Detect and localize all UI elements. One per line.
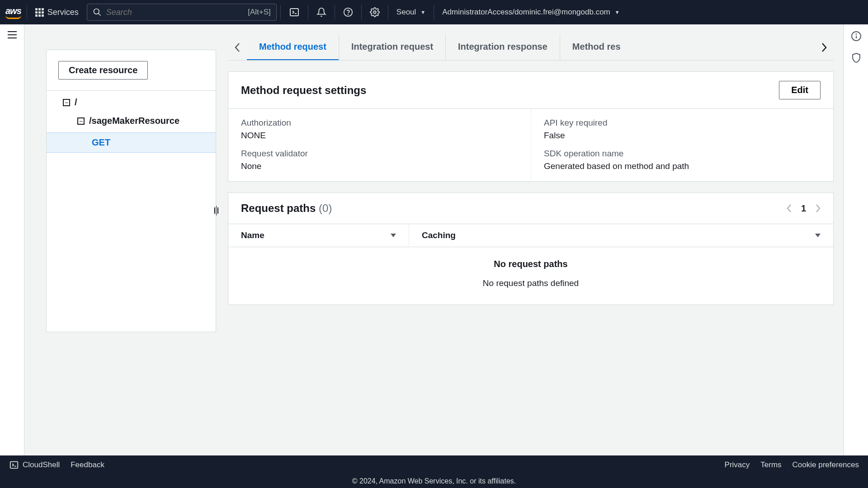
create-resource-button[interactable]: Create resource [58,61,148,80]
shield-icon [851,52,862,63]
divider [308,5,308,19]
tabs: Method request Integration request Integ… [247,34,816,60]
authorization-value: NONE [241,131,518,141]
tabs-row: Method request Integration request Integ… [228,34,834,61]
resource-tree-panel: Create resource − / − /sageMakerResource… [46,50,216,332]
svg-point-12 [856,34,856,34]
sdk-operation-name-label: SDK operation name [544,149,821,159]
feedback-link[interactable]: Feedback [71,460,104,469]
empty-state-title: No request paths [228,259,833,269]
sort-icon[interactable] [391,234,396,237]
api-key-required-value: False [544,131,821,141]
column-header-name[interactable]: Name [228,224,409,247]
svg-point-0 [94,9,99,14]
caret-down-icon: ▼ [615,9,620,15]
info-icon [851,31,862,42]
account-selector[interactable]: AdministratorAccess/dominic.frei@mongodb… [438,5,624,19]
copyright-text: © 2024, Amazon Web Services, Inc. or its… [352,477,516,485]
privacy-link[interactable]: Privacy [725,460,750,469]
cookie-preferences-link[interactable]: Cookie preferences [793,460,859,469]
search-input[interactable] [106,8,243,17]
request-paths-title: Request paths (0) [241,202,332,215]
page-prev-button[interactable] [787,204,792,213]
tab-method-request[interactable]: Method request [247,34,339,60]
resize-handle[interactable] [214,206,218,216]
divider [388,5,388,19]
divider [335,5,335,19]
right-rail [844,24,868,455]
help-button[interactable] [339,5,358,20]
request-validator-value: None [241,161,518,171]
top-navigation: aws Services [Alt+S] Seoul ▼ Administrat… [0,0,868,24]
empty-state-subtitle: No request paths defined [228,278,833,288]
account-label: AdministratorAccess/dominic.frei@mongodb… [442,8,610,17]
help-icon [343,7,353,17]
collapse-toggle[interactable]: − [77,117,85,125]
gear-icon [370,7,380,17]
terms-link[interactable]: Terms [760,460,781,469]
collapse-toggle[interactable]: − [63,99,70,106]
request-validator-label: Request validator [241,149,518,159]
tree-method-label: GET [92,137,110,148]
column-header-caching-label: Caching [422,230,456,240]
terminal-icon [289,7,300,18]
divider [280,5,281,19]
chevron-left-icon [787,204,792,213]
tab-integration-request[interactable]: Integration request [339,34,445,60]
chevron-left-icon [234,42,241,53]
sort-icon[interactable] [815,234,821,237]
notifications-button[interactable] [312,5,331,20]
request-paths-title-text: Request paths [241,202,316,214]
open-nav-drawer-button[interactable] [7,31,17,39]
info-panel-button[interactable] [851,31,862,42]
cloudshell-icon-button[interactable] [284,4,304,20]
page-next-button[interactable] [815,204,821,213]
hamburger-icon [7,31,17,39]
left-rail [0,24,24,455]
chevron-right-icon [821,42,827,53]
api-key-required-label: API key required [544,118,821,128]
tab-integration-response[interactable]: Integration response [445,34,560,60]
edit-button[interactable]: Edit [779,81,821,99]
detail-column: Method request Integration request Integ… [216,24,844,455]
divider [361,5,362,19]
tab-scroll-right-button[interactable] [815,36,834,59]
request-paths-count: (0) [319,202,332,214]
resource-tree: − / − /sageMakerResource GET [47,90,216,332]
services-label: Services [47,8,79,17]
services-menu-button[interactable]: Services [31,5,83,20]
grid-icon [35,8,44,17]
terminal-icon [9,460,19,470]
aws-logo[interactable]: aws [5,6,21,19]
caret-down-icon: ▼ [420,9,425,15]
cloudshell-link[interactable]: CloudShell [9,460,60,470]
resource-tree-column: Create resource − / − /sageMakerResource… [24,24,216,455]
tab-scroll-left-button[interactable] [228,36,247,59]
tree-resource-label: /sageMakerResource [89,116,179,126]
settings-grid: Authorization NONE Request validator Non… [228,108,833,181]
tree-method-row-get[interactable]: GET [47,132,216,153]
method-request-settings-panel: Method request settings Edit Authorizati… [228,71,834,182]
copyright-bar: © 2024, Amazon Web Services, Inc. or its… [0,474,868,488]
content: Create resource − / − /sageMakerResource… [24,24,844,455]
tree-resource-row[interactable]: − /sageMakerResource [47,110,216,130]
region-selector[interactable]: Seoul ▼ [392,5,430,19]
column-header-caching[interactable]: Caching [409,224,833,247]
search-bar[interactable]: [Alt+S] [87,4,277,21]
search-shortcut-hint: [Alt+S] [248,8,271,17]
request-paths-panel: Request paths (0) 1 [228,192,834,305]
table-header-row: Name Caching [228,224,833,247]
divider [27,5,27,19]
cloudshell-label: CloudShell [23,460,60,469]
pagination: 1 [787,203,821,214]
tree-root-label: / [75,97,77,108]
sdk-operation-name-value: Generated based on method and path [544,161,821,171]
tab-method-response[interactable]: Method res [560,34,633,60]
svg-line-1 [98,14,100,16]
tree-root-row[interactable]: − / [47,91,216,110]
region-label: Seoul [396,8,416,17]
page-number: 1 [801,203,806,214]
security-panel-button[interactable] [851,52,862,63]
svg-point-5 [348,14,348,14]
settings-button[interactable] [365,5,384,20]
